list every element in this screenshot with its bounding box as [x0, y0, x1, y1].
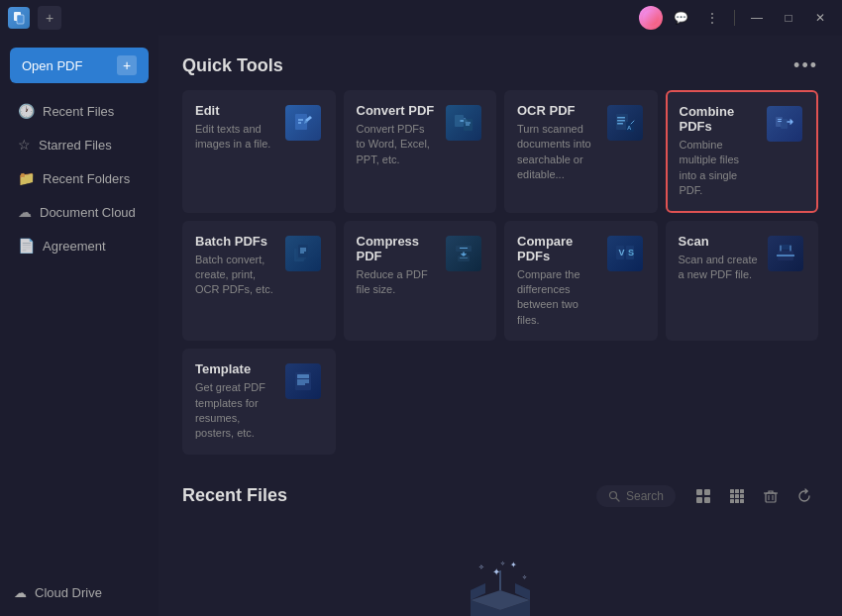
- quick-tools-more-button[interactable]: •••: [793, 55, 818, 76]
- svg-rect-43: [696, 489, 702, 495]
- svg-text:✧: ✧: [500, 561, 505, 566]
- sidebar-item-recent-folders[interactable]: 📁 Recent Folders: [4, 162, 155, 194]
- convert-icon: [446, 105, 481, 141]
- svg-rect-48: [735, 489, 739, 493]
- svg-rect-38: [297, 374, 309, 378]
- tool-icon-ocr: A: [605, 103, 645, 143]
- quick-tools-title: Quick Tools: [182, 55, 283, 76]
- chat-button[interactable]: 💬: [667, 7, 694, 29]
- scan-icon: [768, 236, 803, 271]
- tool-name-compress: Compress PDF: [357, 234, 437, 263]
- svg-rect-27: [458, 256, 470, 261]
- svg-rect-53: [730, 499, 734, 503]
- svg-rect-47: [730, 489, 734, 493]
- open-pdf-button[interactable]: Open PDF +: [10, 48, 149, 83]
- quick-tools-header: Quick Tools •••: [182, 55, 818, 76]
- more-options-button[interactable]: ⋮: [698, 7, 726, 29]
- delete-button[interactable]: [757, 482, 785, 510]
- recent-files-controls: Search: [596, 482, 818, 510]
- tool-info-ocr: OCR PDF Turn scanned documents into sear…: [517, 103, 597, 183]
- svg-rect-45: [696, 497, 702, 503]
- tool-desc-template: Get great PDF templates for resumes, pos…: [195, 380, 275, 442]
- tool-info-compress: Compress PDF Reduce a PDF file size.: [357, 234, 437, 298]
- tool-name-compare: Compare PDFs: [517, 234, 597, 263]
- svg-rect-36: [782, 245, 789, 250]
- document-cloud-icon: ☁: [18, 204, 32, 220]
- tool-card-template[interactable]: Template Get great PDF templates for res…: [182, 349, 336, 455]
- recent-files-header: Recent Files Search: [182, 482, 818, 510]
- tools-grid: Edit Edit texts and images in a file.: [182, 90, 818, 455]
- sidebar-item-cloud-drive[interactable]: ☁ Cloud Drive: [0, 577, 158, 608]
- agreement-icon: 📄: [18, 238, 35, 254]
- empty-box-illustration: ✦ ✧ ✦ ✧ ✧: [451, 556, 550, 616]
- template-icon: [285, 363, 321, 399]
- svg-rect-51: [735, 494, 739, 498]
- tool-info-compare: Compare PDFs Compare the differences bet…: [517, 234, 597, 329]
- search-icon: [608, 490, 620, 502]
- maximize-button[interactable]: □: [775, 7, 802, 29]
- search-bar[interactable]: Search: [596, 485, 676, 507]
- svg-rect-56: [766, 493, 776, 502]
- sidebar-item-label: Document Cloud: [40, 205, 136, 220]
- tool-icon-convert: [444, 103, 483, 143]
- recent-files-title: Recent Files: [182, 485, 287, 506]
- tool-info-edit: Edit Edit texts and images in a file.: [195, 103, 275, 153]
- avatar[interactable]: [639, 6, 663, 30]
- sidebar-item-label: Recent Folders: [43, 171, 130, 186]
- svg-rect-13: [617, 123, 623, 125]
- grid-small-view-button[interactable]: [723, 482, 751, 510]
- tool-desc-edit: Edit texts and images in a file.: [195, 122, 275, 153]
- sidebar-item-recent-files[interactable]: 🕐 Recent Files: [4, 95, 155, 127]
- tool-name-batch: Batch PDFs: [195, 234, 275, 249]
- svg-rect-1: [17, 15, 24, 24]
- svg-rect-44: [704, 489, 710, 495]
- svg-rect-50: [730, 494, 734, 498]
- svg-text:A: A: [627, 125, 632, 131]
- tool-card-scan[interactable]: Scan Scan and create a new PDF file.: [666, 221, 819, 342]
- tool-card-ocr-pdf[interactable]: OCR PDF Turn scanned documents into sear…: [504, 90, 658, 213]
- recent-files-section: Recent Files Search: [182, 482, 818, 616]
- app-icon: [8, 7, 30, 29]
- tool-name-convert: Convert PDF: [357, 103, 437, 118]
- tool-card-edit[interactable]: Edit Edit texts and images in a file.: [182, 90, 336, 213]
- sidebar-item-agreement[interactable]: 📄 Agreement: [4, 230, 155, 261]
- sidebar-item-document-cloud[interactable]: ☁ Document Cloud: [4, 196, 155, 228]
- tool-icon-edit: [283, 103, 323, 143]
- svg-rect-46: [704, 497, 710, 503]
- combine-icon: [767, 106, 802, 142]
- tool-icon-compare: V S: [605, 234, 645, 273]
- compress-icon: [446, 236, 481, 271]
- svg-point-2: [643, 10, 659, 26]
- main-layout: Open PDF + 🕐 Recent Files ☆ Starred File…: [0, 36, 842, 616]
- title-bar: + 💬 ⋮ — □ ✕: [0, 0, 842, 36]
- tool-card-convert-pdf[interactable]: Convert PDF Convert PDFs to Word, Excel,…: [344, 90, 497, 213]
- tool-desc-compare: Compare the differences between two file…: [517, 267, 597, 329]
- new-tab-button[interactable]: +: [38, 6, 61, 30]
- tool-icon-template: [283, 361, 323, 401]
- cloud-drive-label: Cloud Drive: [35, 585, 102, 600]
- empty-state: ✦ ✧ ✦ ✧ ✧ There aren't any recent files.…: [182, 526, 818, 616]
- svg-text:✧: ✧: [478, 564, 484, 570]
- svg-rect-54: [735, 499, 739, 503]
- svg-text:✦: ✦: [510, 561, 517, 569]
- svg-point-42: [609, 491, 616, 498]
- sidebar-nav: 🕐 Recent Files ☆ Starred Files 📁 Recent …: [0, 95, 158, 577]
- sidebar-item-starred-files[interactable]: ☆ Starred Files: [4, 129, 155, 160]
- tool-card-combine-pdfs[interactable]: Combine PDFs Combine multiple files into…: [666, 90, 819, 213]
- tool-icon-batch: [283, 234, 323, 273]
- tool-card-batch-pdfs[interactable]: Batch PDFs Batch convert, create, print,…: [182, 221, 336, 342]
- close-button[interactable]: ✕: [806, 7, 834, 29]
- tool-card-compare-pdfs[interactable]: Compare PDFs Compare the differences bet…: [504, 221, 658, 342]
- edit-icon: [285, 105, 321, 141]
- svg-text:✦: ✦: [492, 566, 500, 577]
- tool-info-convert: Convert PDF Convert PDFs to Word, Excel,…: [357, 103, 437, 167]
- svg-text:S: S: [628, 248, 634, 257]
- tool-card-compress-pdf[interactable]: Compress PDF Reduce a PDF file size.: [344, 221, 497, 342]
- cloud-drive-icon: ☁: [14, 585, 27, 600]
- grid-large-view-button[interactable]: [689, 482, 717, 510]
- main-content: Quick Tools ••• Edit Edit texts and imag…: [158, 36, 842, 616]
- minimize-button[interactable]: —: [743, 7, 771, 29]
- refresh-button[interactable]: [790, 482, 818, 510]
- tool-info-batch: Batch PDFs Batch convert, create, print,…: [195, 234, 275, 298]
- svg-text:✧: ✧: [522, 574, 527, 580]
